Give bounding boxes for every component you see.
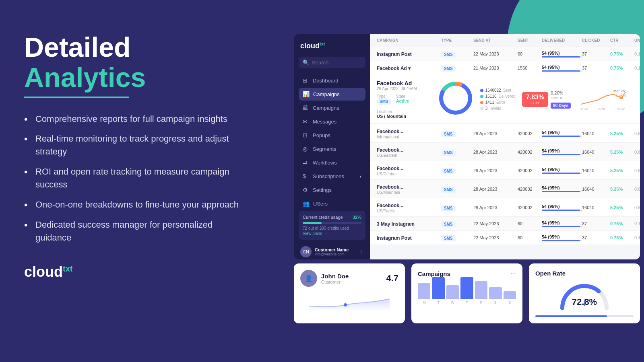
date-cell: 22 May 2023 — [473, 51, 518, 56]
credit-header: Current credit usage 32% — [303, 215, 361, 220]
credit-bar-bg — [303, 222, 361, 224]
dashboard-icon: ⊞ — [303, 77, 309, 84]
table-row[interactable]: Facebook... US/Mountain SMS 28 Apr 2023 … — [370, 180, 640, 198]
expanded-title: Facebook Ad — [377, 80, 431, 86]
campaign-name-cell: Instagram Post — [377, 50, 441, 58]
user-menu-icon[interactable]: ⋮ — [358, 249, 364, 255]
th-sendat: Send at — [473, 38, 518, 43]
sidebar-item-campaigns[interactable]: 🏛 Campaigns — [299, 101, 365, 114]
ctr-cell: 5.25% — [610, 150, 634, 154]
bar-item-w: W — [446, 285, 459, 304]
sidebar-item-settings[interactable]: ⚙ Settings — [299, 183, 365, 196]
svg-text:MAR: MAR — [580, 107, 589, 111]
th-clicked: Clicked — [582, 38, 610, 43]
type-cell: SMS — [441, 50, 473, 58]
sidebar: cloudtxt 🔍 ⊞ Dashboard 📊 Campaigns 🏛 Cam… — [294, 34, 370, 259]
user-email: info@wesbite.com — [315, 252, 355, 256]
clicked-cell: 16040 — [582, 131, 610, 136]
user-card-avatar: 👤 — [300, 270, 317, 287]
campaign-name-cell: Facebook... International — [377, 128, 441, 139]
sidebar-item-messages[interactable]: ✉ Messages — [299, 115, 365, 128]
sidebar-label-popups: Popups — [313, 132, 330, 138]
sidebar-item-dashboard[interactable]: ⊞ Dashboard — [299, 74, 365, 87]
hero-title-line1: Detailed — [24, 32, 131, 62]
unsub-cell: 0.15% — [634, 66, 640, 70]
sidebar-label-campaigns-active: Campaigns — [313, 91, 340, 97]
credit-percent: 32% — [353, 215, 361, 220]
search-input[interactable] — [312, 60, 361, 66]
user-avatar: CN — [300, 246, 312, 257]
clicked-cell: 37 — [582, 221, 610, 226]
sidebar-label-users: USers — [313, 201, 328, 207]
campaign-name-cell: Instagram Post — [377, 234, 441, 241]
unsub-cell: 0.89% — [634, 187, 640, 191]
campaigns-card-menu-icon[interactable]: ··· — [511, 270, 516, 277]
delivered-cell: 54 (95%) — [542, 148, 582, 155]
user-info: Customer Name info@wesbite.com — [315, 247, 355, 256]
unsub-cell: 0.89% — [634, 150, 640, 154]
stat-invalid: 3 Invalid — [480, 106, 516, 111]
table-row[interactable]: Instagram Post SMS 22 May 2023 60 54 (95… — [370, 231, 640, 245]
sent-cell: 420002 — [518, 168, 542, 173]
svg-text:6.45%: 6.45% — [616, 94, 626, 98]
campaign-name-cell: Facebook... US/Mountain — [377, 183, 441, 195]
unsub-cell: 0.15% — [634, 221, 640, 226]
svg-text:MAY: MAY — [617, 107, 625, 111]
user-card-name: John Doe — [321, 273, 349, 280]
clicked-cell: 37 — [582, 66, 610, 70]
table-row[interactable]: Facebook... US/Central SMS 28 Apr 2023 4… — [370, 161, 640, 180]
ctr-cell: 5.25% — [610, 131, 634, 136]
table-row[interactable]: Facebook... US/Pacific SMS 28 Apr 2023 4… — [370, 198, 640, 217]
table-row[interactable]: Facebook Ad ▾ SMS 21 May 2023 1560 54 (9… — [370, 61, 640, 75]
date-cell: 28 Apr 2023 — [473, 187, 518, 191]
expanded-meta: Type SMS State Active Location US / Moun… — [377, 94, 431, 119]
sidebar-item-users[interactable]: 👥 USers — [299, 197, 365, 210]
sidebar-item-campaigns-active[interactable]: 📊 Campaigns — [299, 88, 365, 101]
campaigns-active-icon: 📊 — [303, 91, 310, 97]
bar-item-f: F — [475, 281, 487, 304]
sidebar-label-campaigns: Campaigns — [313, 105, 339, 111]
sidebar-label-messages: Messages — [313, 119, 336, 125]
sidebar-item-popups[interactable]: ⊡ Popups — [299, 129, 365, 142]
expanded-location: Location US / Mountain — [377, 109, 406, 119]
table-row[interactable]: Instagram Post SMS 22 May 2023 60 54 (95… — [370, 47, 640, 61]
bar-item-s1: S — [489, 287, 502, 304]
th-ctr: CTR — [610, 38, 634, 43]
table-row[interactable]: 3 May Instagram SMS 22 May 2023 60 54 (9… — [370, 217, 640, 231]
segments-icon: ◎ — [303, 146, 309, 152]
gauge-bar — [535, 315, 634, 317]
messages-icon: ✉ — [303, 118, 309, 125]
search-box[interactable]: 🔍 — [299, 57, 365, 68]
sidebar-logo: cloudtxt — [299, 41, 365, 50]
user-card-info: John Doe Customer — [321, 273, 349, 284]
view-plans-link[interactable]: View plans → — [303, 231, 361, 236]
clicked-cell: 16040 — [582, 205, 610, 210]
type-cell: SMS — [441, 234, 473, 241]
table-row[interactable]: Facebook... International SMS 28 Apr 202… — [370, 124, 640, 143]
type-cell: SMS — [441, 185, 473, 193]
sidebar-item-workflows[interactable]: ⇄ Workflows — [299, 156, 365, 169]
type-cell: SMS — [441, 167, 473, 174]
credit-sub-text: 72 out of 200 credits used — [303, 226, 361, 230]
table-body: Instagram Post SMS 22 May 2023 60 54 (95… — [370, 47, 640, 245]
ctr-cell: 0.75% — [610, 221, 634, 226]
user-card-rating: 4.7 — [386, 273, 398, 284]
campaigns-card-header: Campaigns ··· — [418, 270, 516, 277]
ctr-unsub-area: 7.63% CTR 0.20% UNSUB 90 Days — [522, 80, 571, 119]
delivered-cell: 54 (95%) — [542, 185, 582, 192]
delivered-cell: 54 (95%) — [542, 130, 582, 137]
donut-chart — [438, 80, 474, 116]
expanded-stats: 1640022 Sent 16116 Delivered 1411 Error — [480, 80, 516, 119]
sidebar-item-subscriptions[interactable]: $ Subscriptions ▾ — [299, 170, 365, 183]
date-cell: 28 Apr 2023 — [473, 150, 518, 154]
campaign-name-cell: Facebook... US/Central — [377, 165, 441, 176]
unsub-cell: 0.15% — [634, 235, 640, 240]
sidebar-logo-suffix: txt — [320, 41, 325, 46]
th-type: Type — [441, 38, 473, 43]
sidebar-item-segments[interactable]: ◎ Segments — [299, 142, 365, 155]
table-row[interactable]: Facebook... US/Eastern SMS 28 Apr 2023 4… — [370, 143, 640, 161]
ctr-cell: 5.25% — [610, 168, 634, 173]
ctr-cell: 0.75% — [610, 235, 634, 240]
sent-cell: 60 — [518, 51, 542, 56]
ctr-cell: 5.25% — [610, 187, 634, 191]
